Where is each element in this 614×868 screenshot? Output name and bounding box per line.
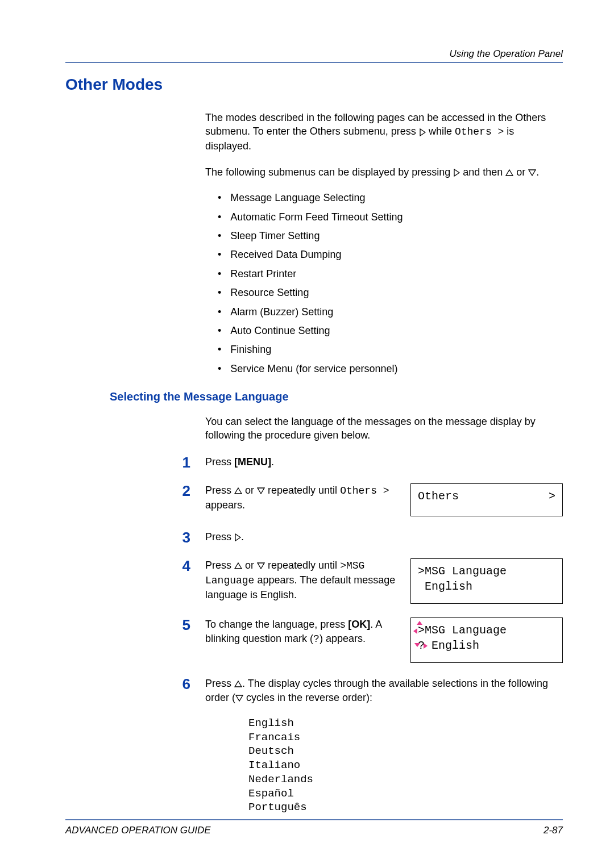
lcd-display: Others > [410,483,563,516]
blink-indicator-icon [414,643,420,647]
step-4: 4 Press or repeatedly until >MSG Languag… [65,558,563,604]
svg-marker-9 [235,681,242,687]
list-item: Auto Continue Setting [218,324,563,337]
svg-marker-8 [258,563,264,569]
language-option: Francais [248,731,563,745]
step-3: 3 Press . [65,530,563,545]
triangle-right-icon [234,533,241,541]
step-2: 2 Press or repeatedly until Others > app… [65,483,563,516]
list-item: Finishing [218,343,563,356]
list-item: Message Language Selecting [218,191,563,205]
lcd-display-blinking: >MSG Language ? English [410,617,563,663]
triangle-right-icon [453,169,460,177]
triangle-right-icon [419,128,426,136]
subsection-title: Selecting the Message Language [110,390,563,403]
step-number: 3 [65,530,205,545]
footer-rule [65,819,563,820]
triangle-up-icon [234,562,242,569]
list-item: Automatic Form Feed Timeout Setting [218,211,563,224]
display-line: > [549,489,555,504]
step-1: 1 Press [MENU]. [65,455,563,470]
svg-marker-1 [454,169,459,176]
footer-right: 2-87 [544,825,563,836]
step-number: 2 [65,483,205,498]
svg-marker-6 [235,534,240,541]
list-item: Restart Printer [218,268,563,281]
triangle-up-icon [234,487,242,494]
triangle-up-icon [505,169,513,176]
step-number: 6 [65,677,205,691]
triangle-down-icon [235,695,243,702]
running-header: Using the Operation Panel [65,48,563,60]
step-6: 6 Press . The display cycles through the… [65,677,563,705]
list-item: Sleep Timer Setting [218,229,563,243]
header-rule [65,62,563,63]
step-number: 5 [65,617,205,632]
svg-marker-10 [236,695,243,701]
page-title: Other Modes [65,76,563,94]
step-number: 1 [65,455,205,470]
page-footer: ADVANCED OPERATION GUIDE 2-87 [65,819,563,836]
language-option: English [248,716,563,731]
list-item: Alarm (Buzzer) Setting [218,306,563,319]
step-number: 4 [65,558,205,573]
blink-indicator-icon [413,628,417,634]
intro-paragraph-1: The modes described in the following pag… [205,111,563,153]
submenu-list: Message Language Selecting Automatic For… [218,191,563,375]
step-5: 5 To change the language, press [OK]. A … [65,617,563,663]
triangle-up-icon [234,681,242,687]
lcd-display: >MSG Language English [410,558,563,604]
svg-marker-5 [258,488,264,494]
display-line: Others [418,489,459,504]
list-item: Received Data Dumping [218,248,563,261]
svg-marker-4 [235,488,242,494]
svg-marker-0 [420,129,425,136]
display-line: >MSG Language [418,564,555,579]
language-option: Deutsch [248,744,563,758]
triangle-down-icon [528,169,536,176]
display-line: English [418,579,555,594]
language-option: Italiano [248,758,563,773]
subsection-intro: You can select the language of the messa… [205,415,563,443]
list-item: Resource Setting [218,286,563,299]
language-option: Español [248,787,563,801]
language-options: English Francais Deutsch Italiano Nederl… [248,716,563,815]
svg-marker-3 [529,170,536,176]
blink-indicator-icon [424,643,428,649]
footer-left: ADVANCED OPERATION GUIDE [65,825,211,836]
triangle-down-icon [257,487,265,494]
svg-marker-2 [506,170,513,176]
display-line: >MSG Language [418,623,555,638]
language-option: Nederlands [248,773,563,787]
display-line: ? English [418,638,555,653]
list-item: Service Menu (for service personnel) [218,362,563,375]
svg-marker-7 [235,563,242,569]
blink-indicator-icon [417,621,422,625]
triangle-down-icon [257,562,265,569]
intro-paragraph-2: The following submenus can be displayed … [205,165,563,179]
language-option: Português [248,800,563,815]
